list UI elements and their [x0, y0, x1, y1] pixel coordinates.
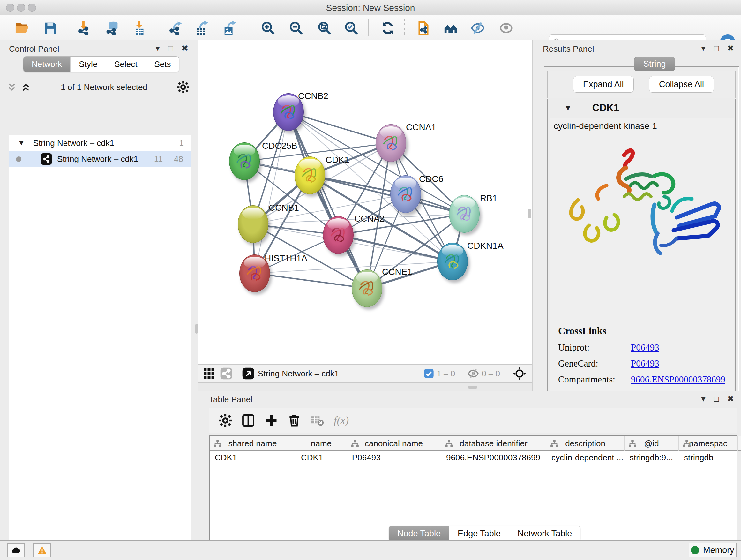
selected-checkbox-icon[interactable] — [424, 368, 434, 379]
delete-table-icon[interactable] — [310, 414, 324, 428]
tab-sets[interactable]: Sets — [146, 57, 179, 72]
network-node-cdc6[interactable] — [390, 175, 421, 213]
table-cell[interactable]: stringdb:9... — [624, 453, 679, 462]
network-node-rb1[interactable] — [449, 195, 480, 233]
network-edge[interactable] — [255, 273, 367, 288]
column-header--id[interactable]: @id — [624, 436, 679, 451]
collapse-all-icon[interactable] — [6, 82, 17, 92]
table-cell[interactable]: 9606.ENSP00000378699 — [441, 453, 546, 462]
horizontal-split-handle[interactable] — [468, 386, 477, 389]
hide-selected-button[interactable] — [469, 20, 486, 37]
network-options-gear-icon[interactable] — [177, 81, 190, 94]
show-all-button[interactable] — [498, 20, 515, 37]
table-cell[interactable]: cyclin-dependent ... — [546, 453, 624, 462]
node-section-header[interactable]: ▼ CDK1 — [548, 99, 735, 117]
import-table-file-button[interactable] — [131, 20, 148, 37]
export-image-button[interactable] — [221, 20, 238, 37]
fit-content-crosshair-icon[interactable] — [513, 367, 527, 381]
control-panel-float-button[interactable]: □ — [168, 44, 173, 53]
results-panel-float-button[interactable]: □ — [714, 44, 719, 53]
network-row[interactable]: String Network – cdk1 11 48 — [9, 151, 191, 167]
table-cell[interactable]: stringdb — [679, 453, 738, 462]
control-panel-menu-button[interactable]: ▾ — [155, 44, 159, 53]
delete-column-icon[interactable] — [287, 414, 301, 428]
zoom-selected-button[interactable] — [343, 20, 360, 37]
column-header-shared-name[interactable]: shared name — [210, 436, 296, 451]
network-collection-row[interactable]: ▼ String Network – cdk1 1 — [9, 135, 191, 151]
open-session-button[interactable] — [14, 20, 30, 37]
tab-select[interactable]: Select — [106, 57, 146, 72]
network-node-cdkn1a[interactable] — [437, 243, 468, 280]
birds-eye-view-icon[interactable] — [242, 367, 255, 380]
table-cell[interactable]: CDK1 — [210, 453, 296, 462]
collection-label: String Network – cdk1 — [33, 138, 114, 148]
network-canvas[interactable]: CCNB2CCNA1CDC25BCDK1CDC6RB1CCNB1CCNA2CDK… — [202, 43, 533, 364]
network-edge[interactable] — [288, 112, 391, 143]
add-column-icon[interactable] — [264, 414, 278, 428]
table-cell[interactable]: CDK1 — [296, 453, 347, 462]
network-node-ccna1[interactable] — [376, 124, 406, 162]
network-share-view-icon[interactable] — [220, 367, 232, 380]
column-header-description[interactable]: description — [546, 436, 624, 451]
expand-all-icon[interactable] — [20, 82, 31, 92]
cloud-icon — [11, 545, 21, 556]
import-network-from-database-button[interactable] — [105, 20, 121, 37]
refresh-layout-button[interactable] — [380, 20, 396, 37]
network-node-cdc25b[interactable] — [229, 142, 260, 180]
grid-view-icon[interactable] — [203, 367, 215, 380]
tab-network[interactable]: Network — [23, 57, 71, 72]
column-network-icon — [682, 439, 691, 448]
table-cell[interactable]: P06493 — [347, 453, 441, 462]
network-node-ccne1[interactable] — [352, 269, 382, 307]
warnings-button[interactable] — [33, 543, 51, 557]
table-panel-menu-button[interactable]: ▾ — [701, 394, 705, 404]
hidden-eye-slash-icon[interactable] — [468, 368, 479, 379]
column-header-database-identifier[interactable]: database identifier — [441, 436, 546, 451]
tab-network-table[interactable]: Network Table — [509, 526, 581, 541]
section-expander-icon[interactable]: ▼ — [564, 104, 572, 112]
genecard-link[interactable]: P06493 — [631, 358, 659, 369]
first-neighbors-button[interactable] — [442, 20, 459, 37]
control-panel-close-button[interactable]: ✖ — [181, 44, 188, 53]
import-network-file-button[interactable] — [76, 20, 92, 37]
network-canvas-panel[interactable]: CCNB2CCNA1CDC25BCDK1CDC6RB1CCNB1CCNA2CDK… — [198, 40, 532, 364]
column-header-canonical-name[interactable]: canonical name — [347, 436, 441, 451]
network-node-ccna2[interactable] — [323, 216, 354, 254]
node-section-title: CDK1 — [592, 102, 619, 114]
network-edge[interactable] — [255, 112, 288, 273]
network-node-cdk1[interactable] — [294, 157, 325, 194]
warning-triangle-icon — [37, 545, 47, 556]
memory-button[interactable]: Memory — [689, 543, 737, 557]
table-options-gear-icon[interactable] — [218, 414, 232, 428]
compartments-link[interactable]: 9606.ENSP00000378699 — [631, 374, 725, 385]
results-panel-menu-button[interactable]: ▾ — [701, 44, 705, 53]
collection-expander-icon[interactable]: ▼ — [18, 139, 25, 147]
column-header-namespac[interactable]: namespac — [679, 436, 738, 451]
table-panel-close-button[interactable]: ✖ — [727, 394, 734, 404]
new-network-from-selection-button[interactable] — [415, 20, 432, 37]
table-panel-float-button[interactable]: □ — [714, 394, 719, 404]
export-table-button[interactable] — [194, 20, 210, 37]
cloud-status-button[interactable] — [7, 543, 25, 557]
zoom-fit-button[interactable] — [316, 20, 333, 37]
results-tab-string[interactable]: String — [634, 57, 675, 71]
zoom-out-button[interactable] — [288, 20, 305, 37]
expand-all-button[interactable]: Expand All — [573, 76, 634, 92]
save-session-button[interactable] — [42, 20, 59, 37]
tab-node-table[interactable]: Node Table — [389, 526, 449, 541]
tab-edge-table[interactable]: Edge Table — [449, 526, 509, 541]
network-node-ccnb1[interactable] — [238, 205, 268, 243]
network-edge[interactable] — [338, 235, 453, 261]
export-network-button[interactable] — [167, 20, 184, 37]
column-header-name[interactable]: name — [296, 436, 347, 451]
tab-style[interactable]: Style — [71, 57, 106, 72]
results-panel-close-button[interactable]: ✖ — [727, 44, 734, 53]
zoom-in-button[interactable] — [260, 20, 276, 37]
eye-slash-icon — [470, 21, 485, 36]
function-builder-icon[interactable]: f(x) — [334, 415, 349, 427]
show-columns-icon[interactable] — [241, 414, 255, 428]
uniprot-link[interactable]: P06493 — [631, 342, 659, 353]
collapse-all-button[interactable]: Collapse All — [649, 76, 714, 92]
results-panel-split-handle[interactable] — [528, 209, 531, 219]
crosslink-label: Uniprot: — [558, 342, 631, 353]
